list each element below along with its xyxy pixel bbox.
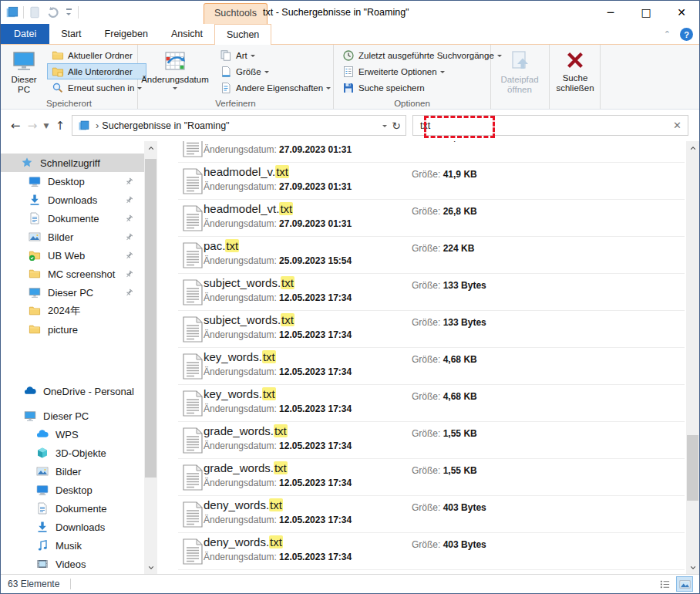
scrollbar-thumb[interactable] — [687, 435, 698, 501]
sidebar-item-2024[interactable]: 2024年 — [1, 302, 144, 320]
file-row[interactable]: subject_words.txtÄnderungsdatum: 12.05.2… — [157, 274, 686, 311]
scroll-down-icon[interactable] — [686, 561, 699, 574]
ribbon-group-optionen: Zuletzt ausgeführte Suchvorgänge Erweite… — [334, 45, 491, 109]
andere-eigenschaften-button[interactable]: Andere Eigenschaften — [215, 79, 335, 96]
sidebar-item-bilder[interactable]: Bilder — [1, 462, 144, 481]
help-icon[interactable]: ? — [680, 28, 693, 41]
file-row[interactable]: grade_words.txtÄnderungsdatum: 12.05.202… — [157, 459, 686, 496]
art-button[interactable]: Art — [215, 47, 335, 63]
back-icon[interactable]: ← — [7, 119, 24, 133]
undo-icon[interactable] — [45, 5, 59, 19]
sidebar-item-schnellzugriff[interactable]: Schnellzugriff — [1, 154, 144, 172]
history-chevron-icon[interactable]: ▼ — [41, 122, 52, 130]
document-icon — [29, 212, 41, 224]
zuletzt-suchvorgaenge-button[interactable]: Zuletzt ausgeführte Suchvorgänge — [338, 47, 506, 63]
file-row[interactable]: headmodel_v.txtÄnderungsdatum: 27.09.202… — [157, 163, 686, 200]
sidebar-item-3d-objekte[interactable]: 3D-Objekte — [1, 444, 144, 462]
file-size: Größe: 403 Bytes — [412, 502, 486, 513]
explorer-window: Suchtools txt - Suchergebnisse in "Roami… — [0, 0, 700, 594]
erweiterte-optionen-button[interactable]: Erweiterte Optionen — [338, 63, 506, 79]
sidebar-item-downloads[interactable]: Downloads — [1, 518, 144, 536]
file-name: deny_words.txt — [204, 498, 283, 511]
breadcrumb[interactable]: › Suchergebnisse in "Roaming" ↻ — [72, 115, 406, 136]
onedrive-cloud-icon — [24, 385, 36, 397]
main-area: SchnellzugriffDesktopDownloadsDokumenteB… — [1, 141, 699, 574]
refresh-icon[interactable]: ↻ — [392, 120, 401, 132]
close-button[interactable]: ✕ — [664, 1, 699, 24]
ribbon-group-schliessen: Suche schließen — [550, 45, 601, 109]
explorer-icon[interactable] — [5, 5, 19, 19]
folder-icon — [29, 305, 41, 317]
pin-icon — [124, 251, 134, 261]
dieser-pc-button[interactable]: Dieser PC — [4, 47, 44, 95]
sidebar-item-wps[interactable]: WPS — [1, 425, 144, 444]
search-input[interactable]: txt ✕ — [412, 115, 688, 136]
scroll-up-icon[interactable] — [144, 141, 157, 154]
sidebar-item-dieser-pc[interactable]: Dieser PC — [1, 283, 144, 302]
file-row[interactable]: pac.txtÄnderungsdatum: 25.09.2023 15:54G… — [157, 237, 686, 274]
clear-search-icon[interactable]: ✕ — [673, 120, 681, 131]
file-list: headmodel_f.txtÄnderungsdatum: 27.09.202… — [157, 141, 686, 574]
window-title: txt - Suchergebnisse in "Roaming" — [263, 1, 409, 24]
file-size: Größe: 37,2 KB — [412, 141, 477, 143]
file-row[interactable]: key_words.txtÄnderungsdatum: 12.05.2023 … — [157, 385, 686, 422]
sidebar-item-ub-web[interactable]: UB Web — [1, 246, 144, 265]
alle-unterordner-button[interactable]: Alle Unterordner — [47, 63, 146, 79]
tab-datei[interactable]: Datei — [1, 24, 49, 44]
sidebar-scrollbar[interactable] — [144, 141, 157, 574]
collapse-ribbon-icon[interactable]: ⌃ — [664, 29, 671, 39]
file-size: Größe: 4,68 KB — [412, 391, 477, 402]
details-view-button[interactable] — [656, 576, 673, 592]
tab-freigeben[interactable]: Freigeben — [93, 24, 160, 44]
tab-ansicht[interactable]: Ansicht — [160, 24, 214, 44]
file-row[interactable]: grade_words.txtÄnderungsdatum: 12.05.202… — [157, 422, 686, 459]
scroll-up-icon[interactable] — [686, 141, 699, 154]
file-row[interactable]: headmodel_vt.txtÄnderungsdatum: 27.09.20… — [157, 200, 686, 237]
file-doc-icon — [182, 205, 204, 231]
pc-icon — [29, 286, 41, 299]
sidebar-item-mc-screenshot[interactable]: MC screenshot — [1, 265, 144, 283]
minimize-button[interactable]: ─ — [593, 1, 628, 24]
erneut-suchen-button[interactable]: Erneut suchen in — [47, 79, 146, 96]
file-modified-date: Änderungsdatum: 12.05.2023 17:34 — [204, 478, 352, 488]
properties-icon[interactable] — [28, 5, 42, 19]
address-dropdown-icon[interactable] — [382, 125, 387, 130]
chevron-down-icon — [251, 55, 255, 59]
computer-icon — [12, 49, 36, 73]
customize-toolbar-icon[interactable] — [63, 8, 74, 16]
file-size: Größe: 1,55 KB — [412, 465, 477, 476]
sidebar-item-desktop[interactable]: Desktop — [1, 481, 144, 499]
thumbnail-view-button[interactable] — [676, 576, 693, 592]
download-icon — [36, 521, 49, 533]
suche-schliessen-button[interactable]: Suche schließen — [553, 47, 597, 93]
sidebar-item-onedrive-personal[interactable]: OneDrive - Personal — [1, 382, 144, 400]
sidebar-item-desktop[interactable]: Desktop — [1, 172, 144, 191]
groesse-button[interactable]: Größe — [215, 63, 335, 79]
tab-suchen[interactable]: Suchen — [214, 24, 271, 45]
chevron-down-icon — [264, 71, 269, 76]
context-tab-suchtools[interactable]: Suchtools — [204, 3, 268, 24]
aktueller-ordner-button[interactable]: Aktueller Ordner — [47, 47, 146, 63]
scroll-down-icon[interactable] — [144, 561, 157, 574]
up-icon[interactable]: ↑ — [52, 119, 69, 133]
maximize-button[interactable]: □ — [628, 1, 664, 24]
file-row[interactable]: subject_words.txtÄnderungsdatum: 12.05.2… — [157, 311, 686, 348]
sidebar-item-dokumente[interactable]: Dokumente — [1, 499, 144, 518]
sidebar-item-bilder[interactable]: Bilder — [1, 228, 144, 246]
file-row[interactable]: key_words.txtÄnderungsdatum: 12.05.2023 … — [157, 348, 686, 385]
file-row[interactable]: deny_words.txtÄnderungsdatum: 12.05.2023… — [157, 533, 686, 570]
sidebar-item-dokumente[interactable]: Dokumente — [1, 209, 144, 228]
file-row[interactable]: deny_words.txtÄnderungsdatum: 12.05.2023… — [157, 496, 686, 533]
scrollbar-thumb[interactable] — [145, 159, 156, 478]
sidebar-item-musik[interactable]: Musik — [1, 536, 144, 555]
sidebar-item-downloads[interactable]: Downloads — [1, 191, 144, 209]
aenderungsdatum-button[interactable]: Änderungsdatum — [143, 47, 207, 90]
sidebar-item-videos[interactable]: Videos — [1, 555, 144, 573]
suche-speichern-button[interactable]: Suche speichern — [338, 79, 506, 96]
address-bar: ← → ▼ ↑ › Suchergebnisse in "Roaming" ↻ … — [1, 110, 699, 141]
list-scrollbar[interactable] — [686, 141, 699, 574]
file-row[interactable]: headmodel_f.txtÄnderungsdatum: 27.09.202… — [157, 141, 686, 163]
sidebar-item-picture[interactable]: picture — [1, 320, 144, 339]
tab-start[interactable]: Start — [49, 24, 93, 44]
sidebar-item-dieser-pc[interactable]: Dieser PC — [1, 407, 144, 425]
